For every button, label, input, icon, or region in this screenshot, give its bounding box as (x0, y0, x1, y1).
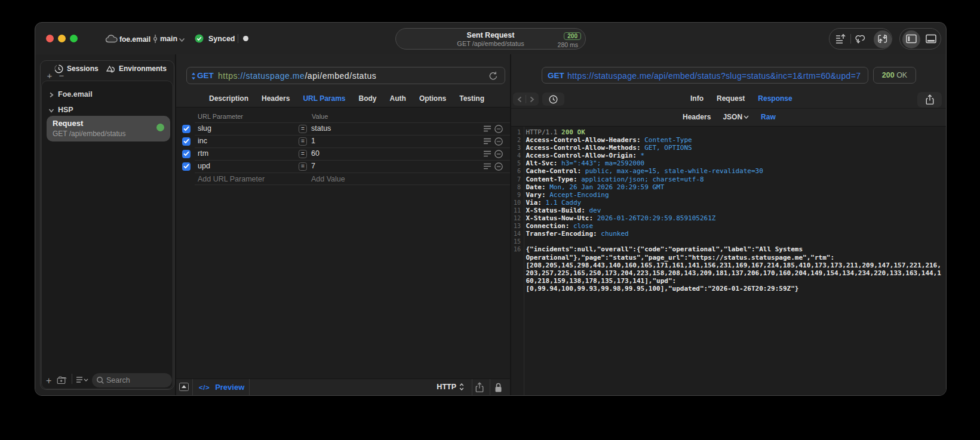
line-number: 4 (511, 152, 521, 159)
param-value[interactable]: 7 (311, 162, 315, 170)
history-button[interactable] (542, 93, 564, 106)
param-checkbox[interactable] (182, 137, 191, 146)
share-icon[interactable] (475, 382, 484, 393)
param-checkbox[interactable] (182, 125, 191, 133)
share-response-button[interactable] (917, 92, 942, 107)
project-name[interactable]: foe.email (119, 35, 150, 44)
tab-headers[interactable]: Headers (262, 94, 290, 103)
tab-testing[interactable]: Testing (459, 94, 484, 103)
line-text: Access-Control-Allow-Origin: * (526, 152, 944, 159)
line-text: X-Status-Now-Utc: 2026-01-26T20:29:59.85… (526, 214, 944, 222)
multiline-icon[interactable] (484, 150, 491, 157)
preview-button[interactable]: </> Preview (199, 383, 244, 392)
tab-request[interactable]: Request (717, 94, 745, 103)
sync-link-icon[interactable] (855, 33, 866, 44)
tab-options[interactable]: Options (419, 94, 446, 103)
request-url-input[interactable]: GET https://statuspage.me/api/embed/stat… (186, 67, 505, 84)
param-name[interactable]: upd (198, 162, 210, 170)
line-text: {"incidents":null,"overall":{"code":"ope… (526, 245, 944, 293)
text-segment: chunked (597, 230, 629, 238)
remove-session-button[interactable]: − (57, 70, 66, 81)
equals-icon[interactable]: = (299, 125, 307, 133)
back-icon[interactable] (517, 96, 522, 103)
close-window-button[interactable] (46, 35, 54, 42)
add-param-value-placeholder[interactable]: Add Value (311, 175, 345, 183)
multiline-icon[interactable] (484, 125, 491, 132)
tree-group-hsp[interactable]: HSP (48, 104, 73, 115)
response-url: https://statuspage.me/api/embed/status?s… (567, 71, 861, 81)
tab-url-params[interactable]: URL Params (303, 94, 345, 103)
response-body[interactable]: 1HTTP/1.1 200 OK2Access-Control-Allow-He… (511, 126, 947, 396)
param-name[interactable]: slug (198, 124, 211, 133)
protocol-select[interactable]: HTTP (437, 383, 464, 391)
equals-icon[interactable]: = (299, 162, 307, 171)
param-value[interactable]: status (311, 124, 331, 133)
remove-row-icon[interactable] (494, 137, 503, 146)
method-select-icon[interactable] (191, 72, 196, 80)
param-value[interactable]: 1 (311, 137, 315, 145)
minus-circle-icon (494, 150, 503, 158)
chevron-down-icon (744, 115, 749, 119)
forward-icon[interactable] (530, 96, 534, 103)
title-bar: foe.email main Synced Sent Request GET /… (35, 23, 946, 54)
left-panel-toggle-icon[interactable] (906, 33, 917, 44)
chevron-wrapper (48, 91, 54, 98)
chevron-wrapper (48, 107, 54, 113)
clock-icon (549, 95, 558, 104)
tree-item-request[interactable]: Request GET /api/embed/status (47, 116, 170, 141)
param-name[interactable]: inc (198, 137, 207, 145)
refresh-icon[interactable] (489, 71, 498, 81)
tab-environments[interactable]: Environments (106, 63, 167, 74)
import-export-icon[interactable] (877, 33, 888, 44)
param-checkbox[interactable] (182, 150, 191, 158)
multiline-lines-icon (484, 150, 491, 157)
tree-group-foe-email[interactable]: Foe.email (48, 89, 93, 100)
add-param-name-placeholder[interactable]: Add URL Parameter (198, 175, 265, 183)
subtab-raw[interactable]: Raw (761, 113, 776, 121)
equals-icon[interactable]: = (299, 150, 307, 158)
export-log-icon[interactable] (835, 33, 846, 44)
recording-dot-icon[interactable] (243, 36, 248, 41)
sent-request-popover[interactable]: Sent Request GET /api/embed/status 200 2… (395, 28, 586, 50)
tab-auth[interactable]: Auth (390, 94, 406, 103)
tab-response[interactable]: Response (758, 94, 792, 103)
chevron-down-icon[interactable] (179, 38, 185, 42)
param-value[interactable]: 60 (311, 149, 320, 158)
search-input[interactable]: Search (92, 373, 172, 387)
remove-row-icon[interactable] (494, 162, 503, 171)
response-viewer-panel: GET https://statuspage.me/api/embed/stat… (511, 54, 947, 396)
remove-row-icon[interactable] (494, 150, 503, 158)
tab-description[interactable]: Description (209, 94, 248, 103)
subtab-headers[interactable]: Headers (683, 113, 711, 121)
zoom-window-button[interactable] (70, 35, 78, 42)
tab-info[interactable]: Info (690, 94, 703, 103)
minimize-window-button[interactable] (58, 35, 66, 42)
branch-name[interactable]: main (160, 35, 177, 43)
sync-check-icon (195, 34, 204, 43)
expand-panel-button[interactable] (179, 383, 189, 391)
remove-row-icon[interactable] (494, 125, 503, 133)
multiline-icon[interactable] (484, 163, 491, 170)
new-folder-icon[interactable] (57, 376, 67, 384)
tab-environments-label: Environments (119, 64, 167, 73)
param-name[interactable]: rtm (198, 149, 208, 158)
tab-body[interactable]: Body (359, 94, 377, 103)
text-segment: 2026-01-26T20:29:59.859105261Z (593, 214, 715, 222)
equals-icon[interactable]: = (299, 137, 307, 146)
param-checkbox[interactable] (182, 162, 191, 171)
url-params-table: URL Parameter Value slug=statusinc=1rtm=… (176, 107, 510, 379)
bottom-panel-toggle-icon[interactable] (926, 33, 936, 44)
request-method[interactable]: GET (197, 71, 214, 80)
sort-list-icon[interactable] (76, 376, 90, 384)
request-editor-panel: GET https://statuspage.me/api/embed/stat… (176, 54, 511, 396)
add-request-button[interactable]: + (46, 376, 51, 386)
add-session-button[interactable]: + (45, 70, 54, 81)
request-url[interactable]: https://statuspage.me/api/embed/status (218, 71, 376, 81)
response-request-url[interactable]: GET https://statuspage.me/api/embed/stat… (542, 67, 868, 84)
response-line: 5Alt-Svc: h3=":443"; ma=2592000 (511, 159, 945, 167)
check-icon (183, 151, 189, 156)
line-number: 16 (511, 245, 521, 293)
multiline-icon[interactable] (484, 138, 491, 144)
lock-icon[interactable] (494, 383, 502, 393)
subtab-json[interactable]: JSON (723, 113, 742, 121)
